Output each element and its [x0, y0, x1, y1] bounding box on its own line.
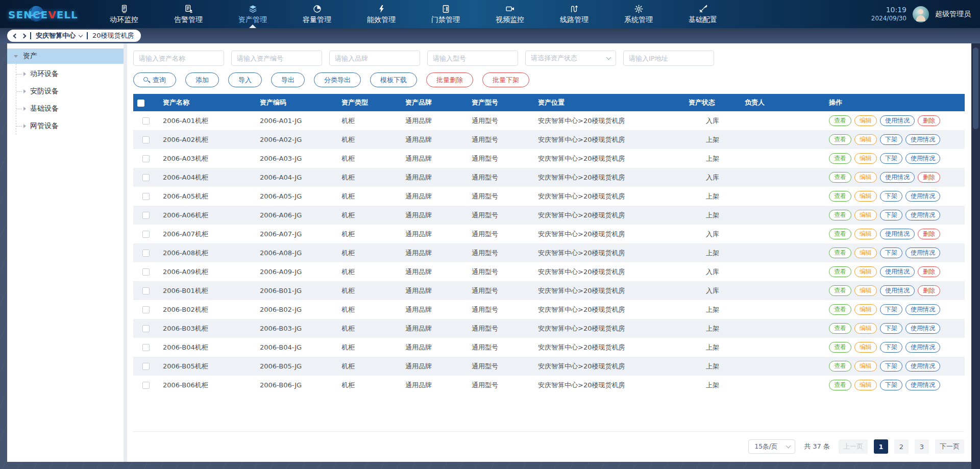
offshelf-action-button[interactable]: 下架: [880, 380, 902, 390]
tree-item[interactable]: 动环设备: [16, 65, 124, 83]
usage-action-button[interactable]: 使用情况: [905, 248, 940, 258]
delete-action-button[interactable]: 删除: [918, 115, 940, 126]
view-action-button[interactable]: 查看: [829, 266, 851, 277]
back-arrow-icon[interactable]: [13, 33, 18, 38]
page-button-3[interactable]: 3: [915, 439, 929, 454]
edit-action-button[interactable]: 编辑: [854, 210, 877, 220]
category-export-button[interactable]: 分类导出: [314, 72, 361, 87]
usage-action-button[interactable]: 使用情况: [905, 304, 940, 315]
edit-action-button[interactable]: 编辑: [854, 361, 877, 372]
row-checkbox[interactable]: [142, 382, 150, 389]
edit-action-button[interactable]: 编辑: [854, 323, 877, 334]
delete-action-button[interactable]: 删除: [918, 172, 940, 183]
offshelf-action-button[interactable]: 下架: [880, 210, 902, 220]
usage-action-button[interactable]: 使用情况: [905, 153, 940, 164]
delete-action-button[interactable]: 删除: [918, 285, 940, 296]
offshelf-action-button[interactable]: 下架: [880, 304, 902, 315]
offshelf-action-button[interactable]: 下架: [880, 323, 902, 334]
row-checkbox[interactable]: [142, 212, 150, 219]
view-action-button[interactable]: 查看: [829, 304, 851, 315]
brand-input[interactable]: [329, 51, 420, 66]
usage-action-button[interactable]: 使用情况: [905, 323, 940, 334]
edit-action-button[interactable]: 编辑: [854, 191, 877, 202]
forward-arrow-icon[interactable]: [21, 33, 27, 38]
view-action-button[interactable]: 查看: [829, 172, 851, 183]
view-action-button[interactable]: 查看: [829, 342, 851, 353]
row-checkbox[interactable]: [142, 268, 150, 276]
edit-action-button[interactable]: 编辑: [854, 229, 877, 239]
edit-action-button[interactable]: 编辑: [854, 153, 877, 164]
usage-action-button[interactable]: 使用情况: [880, 266, 915, 277]
view-action-button[interactable]: 查看: [829, 134, 851, 145]
row-checkbox[interactable]: [142, 287, 150, 294]
offshelf-action-button[interactable]: 下架: [880, 134, 902, 145]
edit-action-button[interactable]: 编辑: [854, 266, 877, 277]
asset-name-input[interactable]: [133, 51, 224, 66]
edit-action-button[interactable]: 编辑: [854, 134, 877, 145]
delete-action-button[interactable]: 删除: [918, 229, 940, 239]
page-size-select[interactable]: 15条/页: [748, 439, 795, 454]
usage-action-button[interactable]: 使用情况: [905, 191, 940, 202]
row-checkbox[interactable]: [142, 117, 150, 125]
usage-action-button[interactable]: 使用情况: [905, 342, 940, 353]
nav-item-system-mgmt[interactable]: 系统管理: [606, 0, 671, 28]
user-name[interactable]: 超级管理员: [935, 10, 971, 19]
view-action-button[interactable]: 查看: [829, 248, 851, 258]
edit-action-button[interactable]: 编辑: [854, 172, 877, 183]
asset-code-input[interactable]: [231, 51, 322, 66]
edit-action-button[interactable]: 编辑: [854, 115, 877, 126]
nav-item-line-mgmt[interactable]: 线路管理: [542, 0, 606, 28]
site-selector[interactable]: 安庆智算中心: [36, 31, 82, 40]
asset-status-select[interactable]: 请选择资产状态: [525, 51, 616, 66]
nav-item-env-monitor[interactable]: 动环监控: [92, 0, 156, 28]
row-checkbox[interactable]: [142, 155, 150, 162]
row-checkbox[interactable]: [142, 136, 150, 143]
next-page-button[interactable]: 下一页: [935, 439, 964, 454]
row-checkbox[interactable]: [142, 325, 150, 332]
scrollbar-thumb[interactable]: [973, 47, 978, 129]
usage-action-button[interactable]: 使用情况: [905, 210, 940, 220]
tree-item[interactable]: 网管设备: [16, 117, 124, 135]
offshelf-action-button[interactable]: 下架: [880, 248, 902, 258]
nav-item-energy-mgmt[interactable]: 能效管理: [349, 0, 413, 28]
view-action-button[interactable]: 查看: [829, 361, 851, 372]
batch-delete-button[interactable]: 批量删除: [426, 72, 473, 87]
row-checkbox[interactable]: [142, 193, 150, 200]
view-action-button[interactable]: 查看: [829, 210, 851, 220]
view-action-button[interactable]: 查看: [829, 191, 851, 202]
template-download-button[interactable]: 模板下载: [370, 72, 417, 87]
offshelf-action-button[interactable]: 下架: [880, 153, 902, 164]
nav-item-capacity-mgmt[interactable]: 容量管理: [285, 0, 349, 28]
usage-action-button[interactable]: 使用情况: [905, 134, 940, 145]
nav-item-asset-mgmt[interactable]: 资产管理: [220, 0, 285, 28]
row-checkbox[interactable]: [142, 250, 150, 257]
page-button-1[interactable]: 1: [874, 439, 888, 454]
export-button[interactable]: 导出: [271, 72, 305, 87]
edit-action-button[interactable]: 编辑: [854, 285, 877, 296]
select-all-checkbox[interactable]: [137, 100, 144, 107]
view-action-button[interactable]: 查看: [829, 229, 851, 239]
edit-action-button[interactable]: 编辑: [854, 248, 877, 258]
batch-offshelf-button[interactable]: 批量下架: [482, 72, 529, 87]
add-button[interactable]: 添加: [185, 72, 219, 87]
view-action-button[interactable]: 查看: [829, 323, 851, 334]
usage-action-button[interactable]: 使用情况: [880, 285, 915, 296]
row-checkbox[interactable]: [142, 363, 150, 370]
tree-item[interactable]: 基础设备: [16, 100, 124, 117]
usage-action-button[interactable]: 使用情况: [905, 380, 940, 390]
offshelf-action-button[interactable]: 下架: [880, 342, 902, 353]
search-button[interactable]: 查询: [133, 72, 176, 87]
edit-action-button[interactable]: 编辑: [854, 380, 877, 390]
usage-action-button[interactable]: 使用情况: [880, 172, 915, 183]
edit-action-button[interactable]: 编辑: [854, 342, 877, 353]
model-input[interactable]: [427, 51, 518, 66]
row-checkbox[interactable]: [142, 174, 150, 181]
view-action-button[interactable]: 查看: [829, 115, 851, 126]
import-button[interactable]: 导入: [228, 72, 262, 87]
offshelf-action-button[interactable]: 下架: [880, 361, 902, 372]
view-action-button[interactable]: 查看: [829, 153, 851, 164]
nav-item-basic-config[interactable]: 基础配置: [671, 0, 735, 28]
nav-item-alarm-mgmt[interactable]: 告警管理: [156, 0, 220, 28]
tree-item[interactable]: 安防设备: [16, 83, 124, 100]
ip-input[interactable]: [623, 51, 714, 66]
